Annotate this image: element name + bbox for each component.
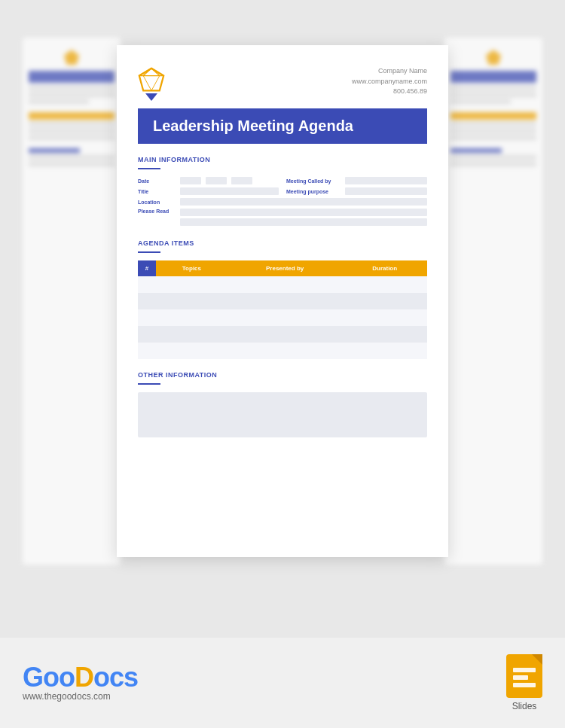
date-row: Date xyxy=(138,177,279,184)
row-presenter xyxy=(228,343,343,359)
col-presenter: Presented by xyxy=(228,260,343,276)
row-topic xyxy=(156,343,228,359)
row-duration xyxy=(342,309,427,326)
diamond-icon xyxy=(138,66,165,93)
agenda-items-underline xyxy=(138,251,160,253)
other-info-section: OTHER INFORMATION xyxy=(138,371,427,437)
logo-g: G xyxy=(23,662,43,693)
meeting-purpose-field[interactable] xyxy=(345,187,427,195)
row-presenter xyxy=(228,309,343,326)
date-label: Date xyxy=(138,178,176,184)
location-field[interactable] xyxy=(180,198,427,206)
company-website: www.companyname.com xyxy=(352,77,427,87)
background-left-doc xyxy=(23,38,121,565)
col-num: # xyxy=(138,260,156,276)
title-row: Title xyxy=(138,187,279,195)
please-read-field-2[interactable] xyxy=(180,218,427,226)
slides-label: Slides xyxy=(512,701,537,711)
row-topic xyxy=(156,293,228,309)
row-presenter xyxy=(228,326,343,343)
meeting-purpose-label: Meeting purpose xyxy=(286,189,341,194)
slides-badge: Slides xyxy=(506,654,542,711)
agenda-table: # Topics Presented by Duration xyxy=(138,260,427,359)
slides-line-1 xyxy=(513,668,536,672)
company-name: Company Name xyxy=(352,66,427,77)
goodocs-logo-text: GooDocs xyxy=(23,664,138,691)
meeting-called-row: Meeting Called by xyxy=(286,177,427,184)
goodocs-logo: GooDocs www.thegoodocs.com xyxy=(23,664,138,702)
logo-area xyxy=(138,66,165,101)
table-row xyxy=(138,309,427,326)
table-row xyxy=(138,343,427,359)
row-duration xyxy=(342,326,427,343)
date-field-1[interactable] xyxy=(180,177,201,184)
please-read-row: Please Read xyxy=(138,209,427,226)
agenda-table-header-row: # Topics Presented by Duration xyxy=(138,260,427,276)
logo-d-dot: D xyxy=(75,662,93,693)
row-duration xyxy=(342,293,427,309)
row-topic xyxy=(156,326,228,343)
row-topic xyxy=(156,309,228,326)
row-num xyxy=(138,293,156,309)
row-presenter xyxy=(228,293,343,309)
date-field-2[interactable] xyxy=(206,177,227,184)
svg-line-1 xyxy=(143,76,151,91)
logo-ocs: ocs xyxy=(93,662,138,693)
background-right-doc xyxy=(444,38,542,565)
please-read-fields xyxy=(180,209,427,226)
row-presenter xyxy=(228,276,343,293)
logo-oo: oo xyxy=(43,662,75,693)
company-info: Company Name www.companyname.com 800.456… xyxy=(352,66,427,97)
row-num xyxy=(138,343,156,359)
other-info-label: OTHER INFORMATION xyxy=(138,371,427,379)
meeting-purpose-row: Meeting purpose xyxy=(286,187,427,195)
goodocs-url: www.thegoodocs.com xyxy=(23,691,138,702)
please-read-label: Please Read xyxy=(138,209,176,214)
meeting-called-label: Meeting Called by xyxy=(286,178,341,184)
main-info-label: MAIN INFORMATION xyxy=(138,156,427,163)
main-info-underline xyxy=(138,168,160,169)
row-duration xyxy=(342,343,427,359)
location-label: Location xyxy=(138,200,176,205)
company-phone: 800.456.89 xyxy=(352,87,427,97)
table-row xyxy=(138,276,427,293)
slides-icon-lines xyxy=(508,660,540,692)
info-grid: Date Meeting Called by Title Meeting pur… xyxy=(138,177,427,226)
title-field-label: Title xyxy=(138,189,176,194)
bottom-branding-bar: GooDocs www.thegoodocs.com Slides xyxy=(0,638,565,728)
row-topic xyxy=(156,276,228,293)
row-num xyxy=(138,309,156,326)
agenda-items-label: AGENDA ITEMS xyxy=(138,239,427,247)
main-info-section: MAIN INFORMATION Date Meeting Called by … xyxy=(138,156,427,226)
slides-icon xyxy=(506,654,542,698)
document-header: Company Name www.companyname.com 800.456… xyxy=(138,66,427,101)
logo-arrow-icon xyxy=(145,93,157,101)
table-row xyxy=(138,326,427,343)
row-num xyxy=(138,276,156,293)
slides-line-2 xyxy=(513,675,528,680)
main-document: Company Name www.companyname.com 800.456… xyxy=(117,45,448,557)
row-duration xyxy=(342,276,427,293)
location-row: Location xyxy=(138,198,427,206)
slides-line-3 xyxy=(513,683,536,687)
col-duration: Duration xyxy=(342,260,427,276)
svg-line-2 xyxy=(151,76,160,91)
document-title: Leadership Meeting Agenda xyxy=(138,108,427,144)
other-info-underline xyxy=(138,383,160,385)
title-field[interactable] xyxy=(180,187,279,195)
table-row xyxy=(138,293,427,309)
meeting-called-field[interactable] xyxy=(345,177,427,184)
please-read-field-1[interactable] xyxy=(180,209,427,216)
date-field-3[interactable] xyxy=(231,177,252,184)
svg-marker-0 xyxy=(139,69,163,91)
agenda-items-section: AGENDA ITEMS # Topics Presented by Durat… xyxy=(138,239,427,359)
col-topics: Topics xyxy=(156,260,228,276)
row-num xyxy=(138,326,156,343)
other-info-field[interactable] xyxy=(138,392,427,437)
